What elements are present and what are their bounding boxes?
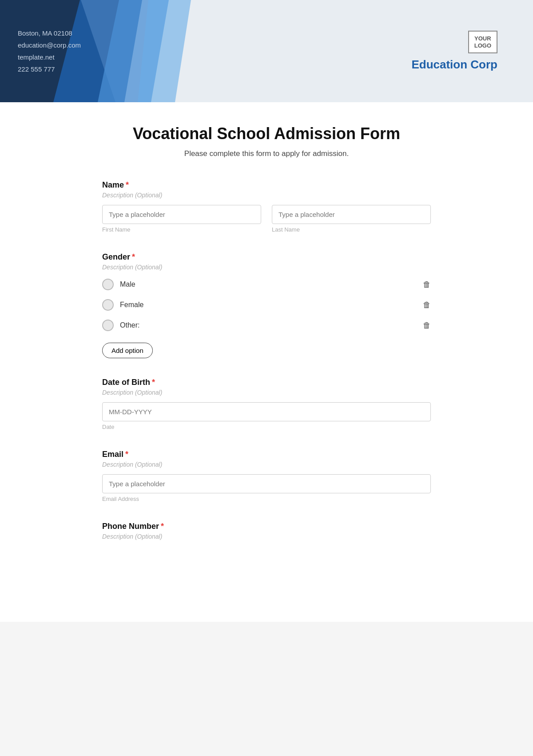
last-name-input[interactable] xyxy=(272,205,431,224)
gender-label-other: Other: xyxy=(120,321,139,329)
add-option-button[interactable]: Add option xyxy=(102,343,153,358)
name-label: Name * xyxy=(102,180,431,190)
gender-required-star: * xyxy=(132,252,135,262)
email-sublabel: Email Address xyxy=(102,496,431,502)
gender-radio-other[interactable] xyxy=(102,320,114,331)
gender-option-male: Male 🗑 xyxy=(102,277,431,292)
first-name-wrap: First Name xyxy=(102,205,261,233)
gender-option-male-left: Male xyxy=(102,279,135,290)
header-graphic: Boston, MA 02108 education@corp.com temp… xyxy=(0,0,187,102)
company-name: Education Corp xyxy=(411,58,497,72)
dob-sublabel: Date xyxy=(102,424,431,430)
gender-option-other-left: Other: xyxy=(102,320,139,331)
dob-required-star: * xyxy=(152,378,155,387)
delete-icon-other[interactable]: 🗑 xyxy=(423,321,431,330)
contact-line1: Boston, MA 02108 xyxy=(18,27,81,39)
page-header: Boston, MA 02108 education@corp.com temp… xyxy=(0,0,533,102)
gender-option-other: Other: 🗑 xyxy=(102,318,431,333)
gender-label-female: Female xyxy=(120,301,143,309)
gender-label: Gender * xyxy=(102,252,431,262)
dob-field-group: Date of Birth * Description (Optional) D… xyxy=(102,378,431,430)
gender-description: Description (Optional) xyxy=(102,264,431,271)
phone-description: Description (Optional) xyxy=(102,533,431,540)
gender-radio-male[interactable] xyxy=(102,279,114,290)
dob-description: Description (Optional) xyxy=(102,389,431,396)
phone-field-group: Phone Number * Description (Optional) xyxy=(102,522,431,540)
header-branding: YOURLOGO Education Corp xyxy=(411,31,497,72)
main-content: Vocational School Admission Form Please … xyxy=(0,102,533,622)
form-subtitle: Please complete this form to apply for a… xyxy=(102,149,431,158)
header-contact: Boston, MA 02108 education@corp.com temp… xyxy=(18,27,81,75)
dob-input[interactable] xyxy=(102,402,431,421)
name-field-group: Name * Description (Optional) First Name… xyxy=(102,180,431,233)
first-name-input[interactable] xyxy=(102,205,261,224)
email-required-star: * xyxy=(125,450,128,459)
name-required-star: * xyxy=(126,180,129,190)
contact-line2: education@corp.com xyxy=(18,39,81,51)
gender-field-group: Gender * Description (Optional) Male 🗑 F… xyxy=(102,252,431,358)
first-name-sublabel: First Name xyxy=(102,226,261,233)
gender-option-female-left: Female xyxy=(102,299,143,311)
gender-option-female: Female 🗑 xyxy=(102,297,431,312)
last-name-wrap: Last Name xyxy=(272,205,431,233)
form-container: Vocational School Admission Form Please … xyxy=(67,102,466,595)
name-description: Description (Optional) xyxy=(102,192,431,199)
email-field-group: Email * Description (Optional) Email Add… xyxy=(102,450,431,502)
dob-label: Date of Birth * xyxy=(102,378,431,387)
email-input[interactable] xyxy=(102,474,431,493)
logo-box: YOURLOGO xyxy=(468,31,497,53)
name-inputs-row: First Name Last Name xyxy=(102,205,431,233)
add-option-label: Add option xyxy=(111,347,143,354)
delete-icon-male[interactable]: 🗑 xyxy=(423,280,431,289)
phone-label: Phone Number * xyxy=(102,522,431,531)
contact-line4: 222 555 777 xyxy=(18,63,81,75)
gender-radio-female[interactable] xyxy=(102,299,114,311)
last-name-sublabel: Last Name xyxy=(272,226,431,233)
gender-label-male: Male xyxy=(120,280,135,288)
phone-required-star: * xyxy=(161,522,164,531)
contact-line3: template.net xyxy=(18,51,81,63)
email-description: Description (Optional) xyxy=(102,461,431,468)
email-label: Email * xyxy=(102,450,431,459)
form-title: Vocational School Admission Form xyxy=(102,124,431,143)
delete-icon-female[interactable]: 🗑 xyxy=(423,300,431,310)
